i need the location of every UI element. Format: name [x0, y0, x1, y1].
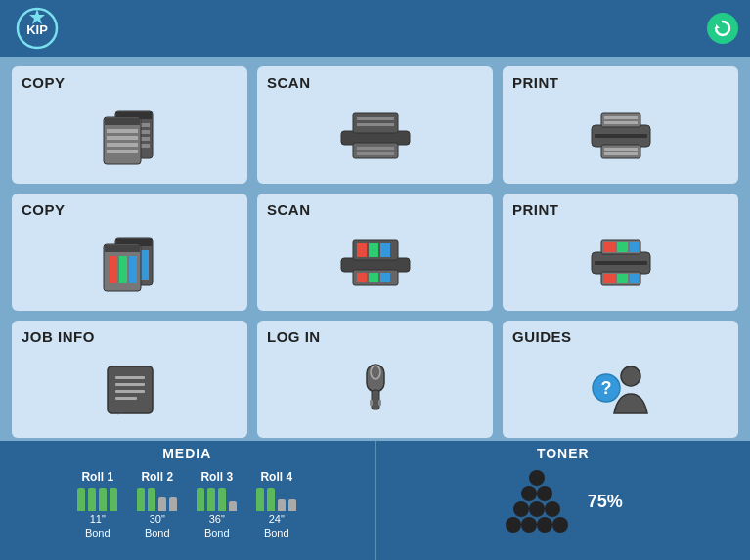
- svg-point-78: [513, 501, 529, 517]
- tile-scan-color-label: SCAN: [267, 201, 311, 218]
- svg-rect-14: [107, 143, 138, 147]
- svg-rect-19: [357, 123, 394, 126]
- roll-3-name: Roll 3: [200, 470, 233, 484]
- refresh-icon[interactable]: [707, 13, 738, 44]
- svg-point-75: [521, 517, 537, 533]
- roll-2-bars: [137, 486, 177, 511]
- svg-rect-61: [115, 376, 145, 379]
- svg-rect-68: [370, 400, 373, 406]
- print-color-icon: [512, 222, 728, 303]
- svg-point-80: [545, 501, 560, 517]
- tile-copy-bw[interactable]: COPY: [12, 66, 247, 184]
- tile-print-bw[interactable]: PRINT: [503, 66, 738, 184]
- svg-rect-62: [115, 383, 145, 386]
- svg-rect-28: [604, 148, 638, 151]
- svg-rect-35: [141, 250, 149, 280]
- roll-4-type: Bond: [264, 527, 289, 538]
- svg-rect-26: [604, 121, 638, 124]
- roll-1: Roll 1 11" Bond: [77, 470, 117, 538]
- tile-scan-bw[interactable]: SCAN: [257, 66, 493, 184]
- svg-rect-45: [380, 243, 390, 257]
- svg-rect-40: [129, 256, 137, 283]
- svg-rect-21: [357, 147, 394, 150]
- tile-log-in[interactable]: LOG IN: [257, 321, 493, 438]
- tile-print-color-label: PRINT: [512, 201, 559, 218]
- print-bw-icon: [512, 95, 728, 176]
- svg-point-82: [537, 486, 552, 501]
- roll-3-type: Bond: [204, 527, 230, 538]
- roll-1-bar-2: [88, 488, 96, 511]
- kip-logo: KIP: [12, 7, 63, 50]
- roll-2: Roll 2 30" Bond: [137, 470, 177, 538]
- tile-scan-color[interactable]: SCAN: [257, 194, 493, 311]
- svg-marker-3: [716, 24, 720, 28]
- toner-section: TONER: [376, 441, 751, 560]
- roll-3-bar-4: [229, 501, 237, 511]
- tile-copy-color[interactable]: COPY: [12, 194, 247, 311]
- roll-2-bar-2: [148, 488, 155, 511]
- svg-rect-29: [604, 152, 638, 155]
- svg-rect-63: [115, 390, 145, 393]
- toner-content: 75%: [494, 466, 633, 538]
- roll-1-type: Bond: [85, 527, 110, 538]
- scan-color-icon: [267, 222, 483, 303]
- bottom-bar: MEDIA Roll 1 11" Bond Roll 2: [0, 441, 750, 560]
- svg-rect-58: [630, 274, 639, 283]
- roll-4-bar-2: [267, 488, 275, 511]
- svg-point-71: [621, 366, 640, 386]
- tile-print-bw-label: PRINT: [512, 74, 559, 91]
- svg-point-83: [529, 470, 545, 486]
- roll-1-bars: [77, 486, 117, 511]
- svg-rect-38: [110, 256, 117, 283]
- toner-header: TONER: [376, 441, 751, 466]
- copy-bw-icon: [22, 95, 238, 176]
- tile-log-in-label: LOG IN: [267, 328, 321, 345]
- svg-rect-67: [372, 390, 379, 409]
- roll-2-bar-4: [169, 497, 177, 511]
- svg-rect-44: [369, 243, 378, 257]
- roll-2-bar-3: [158, 497, 166, 511]
- toner-pyramid: [504, 470, 572, 534]
- svg-text:?: ?: [600, 378, 611, 398]
- roll-1-name: Roll 1: [81, 470, 113, 484]
- roll-1-bar-1: [77, 488, 85, 511]
- svg-point-74: [506, 517, 521, 533]
- svg-rect-64: [115, 397, 137, 400]
- roll-1-bar-3: [99, 488, 107, 511]
- svg-rect-13: [107, 136, 138, 140]
- svg-rect-22: [357, 152, 394, 155]
- scan-bw-icon: [267, 95, 483, 176]
- roll-4-bar-3: [278, 499, 286, 511]
- svg-rect-24: [601, 113, 640, 127]
- svg-point-79: [529, 501, 545, 517]
- svg-rect-11: [105, 118, 140, 125]
- roll-4-bar-4: [288, 499, 296, 511]
- roll-3-bar-1: [197, 488, 204, 511]
- svg-text:KIP: KIP: [26, 22, 48, 37]
- tile-copy-bw-label: COPY: [22, 74, 66, 91]
- tile-copy-color-label: COPY: [22, 201, 66, 218]
- roll-2-name: Roll 2: [141, 470, 173, 484]
- svg-rect-59: [595, 261, 647, 265]
- svg-rect-66: [367, 365, 384, 392]
- roll-1-bar-4: [110, 488, 117, 511]
- svg-rect-20: [353, 143, 398, 158]
- toner-percentage: 75%: [588, 492, 623, 512]
- roll-3: Roll 3 36" Bond: [197, 470, 237, 538]
- roll-4: Roll 4 24" Bond: [256, 470, 296, 538]
- guides-icon: ?: [512, 349, 728, 430]
- roll-3-bar-2: [207, 488, 215, 511]
- roll-3-bar-3: [218, 488, 226, 511]
- roll-4-size: 24": [269, 513, 285, 525]
- tile-job-info[interactable]: JOB INFO: [12, 321, 247, 438]
- tile-print-color[interactable]: PRINT: [503, 194, 738, 311]
- svg-rect-57: [617, 274, 628, 283]
- media-section: MEDIA Roll 1 11" Bond Roll 2: [0, 441, 376, 560]
- svg-rect-43: [357, 243, 367, 257]
- roll-1-size: 11": [90, 513, 106, 525]
- svg-rect-69: [378, 400, 381, 406]
- svg-rect-30: [595, 134, 647, 138]
- tile-job-info-label: JOB INFO: [22, 328, 95, 345]
- svg-rect-12: [107, 129, 138, 133]
- tile-guides[interactable]: GUIDES ?: [503, 321, 738, 438]
